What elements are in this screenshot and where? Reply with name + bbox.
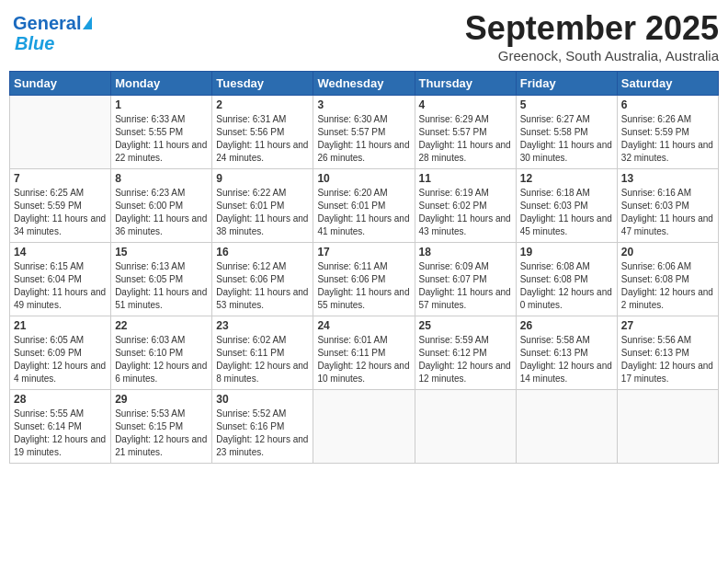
cell-content: Sunrise: 6:29 AM Sunset: 5:57 PM Dayligh… [419, 113, 512, 165]
sunset-label: Sunset: 6:02 PM [419, 201, 487, 211]
sunset-label: Sunset: 6:01 PM [317, 201, 385, 211]
daylight-label: Daylight: 12 hours and 19 minutes. [14, 434, 106, 457]
day-number: 24 [317, 319, 410, 332]
daylight-label: Daylight: 12 hours and 23 minutes. [216, 434, 308, 457]
day-number: 12 [520, 172, 613, 185]
weekday-header: Friday [516, 72, 617, 96]
day-number: 2 [216, 98, 309, 111]
daylight-label: Daylight: 11 hours and 41 minutes. [317, 213, 409, 236]
sunset-label: Sunset: 6:12 PM [419, 348, 487, 358]
daylight-label: Daylight: 11 hours and 32 minutes. [621, 140, 713, 163]
sunrise-label: Sunrise: 6:25 AM [14, 188, 84, 198]
calendar-cell: 19 Sunrise: 6:08 AM Sunset: 6:08 PM Dayl… [516, 243, 617, 316]
daylight-label: Daylight: 12 hours and 6 minutes. [115, 361, 207, 384]
sunset-label: Sunset: 6:06 PM [317, 274, 385, 284]
daylight-label: Daylight: 11 hours and 57 minutes. [419, 287, 511, 310]
daylight-label: Daylight: 11 hours and 38 minutes. [216, 213, 308, 236]
day-number: 16 [216, 246, 309, 259]
sunset-label: Sunset: 6:10 PM [115, 348, 183, 358]
sunrise-label: Sunrise: 5:58 AM [520, 335, 590, 345]
calendar-cell: 17 Sunrise: 6:11 AM Sunset: 6:06 PM Dayl… [313, 243, 415, 316]
cell-content: Sunrise: 6:16 AM Sunset: 6:03 PM Dayligh… [621, 187, 714, 238]
daylight-label: Daylight: 11 hours and 28 minutes. [419, 140, 511, 163]
sunrise-label: Sunrise: 5:53 AM [115, 408, 185, 419]
sunrise-label: Sunrise: 6:33 AM [115, 114, 185, 124]
sunset-label: Sunset: 5:57 PM [419, 127, 487, 137]
cell-content: Sunrise: 6:33 AM Sunset: 5:55 PM Dayligh… [115, 113, 208, 165]
cell-content: Sunrise: 6:27 AM Sunset: 5:58 PM Dayligh… [520, 113, 613, 165]
day-number: 8 [115, 172, 208, 185]
cell-content: Sunrise: 6:01 AM Sunset: 6:11 PM Dayligh… [317, 334, 410, 385]
cell-content: Sunrise: 6:25 AM Sunset: 5:59 PM Dayligh… [14, 187, 107, 238]
daylight-label: Daylight: 12 hours and 14 minutes. [520, 361, 612, 384]
sunrise-label: Sunrise: 6:05 AM [14, 335, 84, 345]
cell-content: Sunrise: 5:59 AM Sunset: 6:12 PM Dayligh… [419, 334, 512, 385]
cell-content: Sunrise: 6:09 AM Sunset: 6:07 PM Dayligh… [419, 260, 512, 312]
day-number: 22 [115, 319, 208, 332]
cell-content: Sunrise: 5:55 AM Sunset: 6:14 PM Dayligh… [14, 408, 107, 459]
sunrise-label: Sunrise: 6:30 AM [317, 114, 387, 124]
sunrise-label: Sunrise: 5:56 AM [621, 335, 691, 345]
sunrise-label: Sunrise: 5:52 AM [216, 408, 286, 419]
cell-content: Sunrise: 6:26 AM Sunset: 5:59 PM Dayligh… [621, 113, 714, 165]
cell-content: Sunrise: 6:11 AM Sunset: 6:06 PM Dayligh… [317, 260, 410, 312]
sunrise-label: Sunrise: 6:15 AM [14, 261, 84, 271]
calendar-table: SundayMondayTuesdayWednesdayThursdayFrid… [9, 71, 719, 464]
sunset-label: Sunset: 6:14 PM [14, 421, 82, 431]
calendar-cell: 28 Sunrise: 5:55 AM Sunset: 6:14 PM Dayl… [10, 390, 111, 464]
calendar-cell [313, 390, 415, 464]
daylight-label: Daylight: 11 hours and 43 minutes. [419, 213, 511, 236]
sunrise-label: Sunrise: 6:01 AM [317, 335, 387, 345]
calendar-week-row: 28 Sunrise: 5:55 AM Sunset: 6:14 PM Dayl… [10, 390, 719, 464]
sunrise-label: Sunrise: 6:22 AM [216, 188, 286, 198]
calendar-cell: 6 Sunrise: 6:26 AM Sunset: 5:59 PM Dayli… [617, 96, 718, 169]
day-number: 14 [14, 246, 107, 259]
weekday-header: Wednesday [313, 72, 415, 96]
logo: General Blue [9, 9, 96, 57]
location-subtitle: Greenock, South Australia, Australia [465, 48, 719, 63]
day-number: 7 [14, 172, 107, 185]
calendar-cell: 4 Sunrise: 6:29 AM Sunset: 5:57 PM Dayli… [415, 96, 516, 169]
weekday-header: Thursday [415, 72, 516, 96]
calendar-cell: 12 Sunrise: 6:18 AM Sunset: 6:03 PM Dayl… [516, 169, 617, 243]
day-number: 19 [520, 246, 613, 259]
daylight-label: Daylight: 11 hours and 30 minutes. [520, 140, 612, 163]
cell-content: Sunrise: 6:06 AM Sunset: 6:08 PM Dayligh… [621, 260, 714, 312]
calendar-cell: 9 Sunrise: 6:22 AM Sunset: 6:01 PM Dayli… [212, 169, 313, 243]
day-number: 10 [317, 172, 410, 185]
calendar-cell: 14 Sunrise: 6:15 AM Sunset: 6:04 PM Dayl… [10, 243, 111, 316]
calendar-cell: 2 Sunrise: 6:31 AM Sunset: 5:56 PM Dayli… [212, 96, 313, 169]
daylight-label: Daylight: 12 hours and 21 minutes. [115, 434, 207, 457]
cell-content: Sunrise: 6:02 AM Sunset: 6:11 PM Dayligh… [216, 334, 309, 385]
cell-content: Sunrise: 6:03 AM Sunset: 6:10 PM Dayligh… [115, 334, 208, 385]
sunset-label: Sunset: 6:00 PM [115, 201, 183, 211]
calendar-cell: 27 Sunrise: 5:56 AM Sunset: 6:13 PM Dayl… [617, 316, 718, 390]
sunrise-label: Sunrise: 6:27 AM [520, 114, 590, 124]
calendar-cell: 13 Sunrise: 6:16 AM Sunset: 6:03 PM Dayl… [617, 169, 718, 243]
sunset-label: Sunset: 6:11 PM [317, 348, 385, 358]
day-number: 26 [520, 319, 613, 332]
daylight-label: Daylight: 12 hours and 12 minutes. [419, 361, 511, 384]
day-number: 17 [317, 246, 410, 259]
daylight-label: Daylight: 12 hours and 17 minutes. [621, 361, 713, 384]
sunrise-label: Sunrise: 5:55 AM [14, 408, 84, 419]
calendar-cell: 23 Sunrise: 6:02 AM Sunset: 6:11 PM Dayl… [212, 316, 313, 390]
calendar-cell: 20 Sunrise: 6:06 AM Sunset: 6:08 PM Dayl… [617, 243, 718, 316]
calendar-cell: 5 Sunrise: 6:27 AM Sunset: 5:58 PM Dayli… [516, 96, 617, 169]
cell-content: Sunrise: 6:13 AM Sunset: 6:05 PM Dayligh… [115, 260, 208, 312]
sunset-label: Sunset: 6:01 PM [216, 201, 284, 211]
sunrise-label: Sunrise: 6:12 AM [216, 261, 286, 271]
day-number: 6 [621, 98, 714, 111]
sunset-label: Sunset: 6:16 PM [216, 421, 284, 431]
cell-content: Sunrise: 6:20 AM Sunset: 6:01 PM Dayligh… [317, 187, 410, 238]
cell-content: Sunrise: 6:05 AM Sunset: 6:09 PM Dayligh… [14, 334, 107, 385]
cell-content: Sunrise: 5:53 AM Sunset: 6:15 PM Dayligh… [115, 408, 208, 459]
calendar-cell: 1 Sunrise: 6:33 AM Sunset: 5:55 PM Dayli… [111, 96, 212, 169]
daylight-label: Daylight: 11 hours and 49 minutes. [14, 287, 106, 310]
day-number: 1 [115, 98, 208, 111]
sunrise-label: Sunrise: 6:23 AM [115, 188, 185, 198]
day-number: 13 [621, 172, 714, 185]
sunrise-label: Sunrise: 6:20 AM [317, 188, 387, 198]
title-block: September 2025 Greenock, South Australia… [465, 9, 719, 63]
daylight-label: Daylight: 11 hours and 26 minutes. [317, 140, 409, 163]
